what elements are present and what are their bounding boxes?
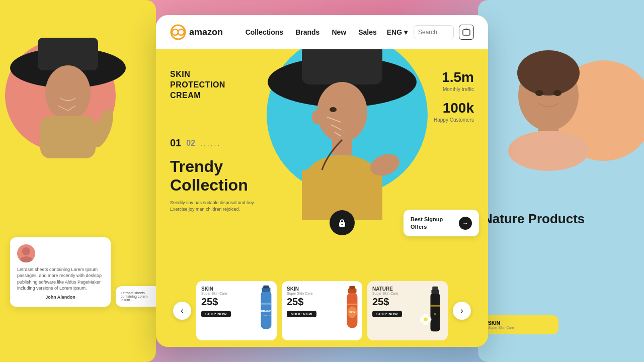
svg-point-25 (317, 82, 367, 142)
product-card-2[interactable]: SKIN Super Skin Care 25$ SHOP NOW SKIN (282, 281, 362, 340)
signup-offer[interactable]: Best Signup Offers → (404, 210, 479, 236)
nav-new[interactable]: New (332, 28, 346, 36)
lock-icon (337, 218, 347, 228)
bottle-orange-icon: SKIN (340, 284, 362, 331)
next-button[interactable]: › (453, 302, 471, 320)
left-background-panel: Letraset sheets containing Lorem Ipsum p… (0, 0, 156, 362)
svg-text:N: N (434, 312, 436, 315)
testimonial-partial-text: Letraset sheets containing Lorem ipsum..… (121, 291, 156, 302)
hero-section: SKIN PROTECTION CREAM 01 02 ...... Trend… (156, 49, 488, 301)
nav-brands[interactable]: Brands (295, 28, 319, 36)
svg-point-8 (19, 256, 33, 262)
svg-rect-32 (263, 285, 269, 288)
stat-customers: 100k Happy Customers (434, 100, 474, 123)
collection-heading-line2: Collection (170, 176, 261, 195)
right-product-card: SKIN Super Skin Care (483, 315, 558, 334)
stat-traffic: 1.5m Monthly traffic (434, 69, 474, 92)
svg-text:SKIN: SKIN (349, 311, 355, 313)
svg-point-10 (517, 50, 580, 96)
svg-point-17 (178, 29, 184, 35)
svg-point-7 (22, 247, 30, 255)
svg-rect-20 (302, 44, 382, 84)
svg-rect-18 (463, 30, 470, 35)
svg-rect-3 (40, 116, 96, 158)
hero-title: SKIN PROTECTION CREAM (170, 69, 225, 101)
logo-icon (170, 24, 186, 40)
stat-customers-number: 100k (434, 100, 474, 116)
cart-button[interactable] (459, 25, 474, 40)
left-person-illustration (10, 28, 126, 158)
collection-title: Trendy Collection Seedily say has suitab… (170, 157, 261, 213)
product-card-1[interactable]: SKIN Super Skin Care 25$ SHOP NOW BRAND … (196, 281, 277, 340)
stat-traffic-label: Monthly traffic (434, 86, 474, 92)
logo[interactable]: amazon (170, 24, 223, 40)
svg-point-16 (172, 29, 178, 35)
slide-next[interactable]: 02 (186, 139, 195, 148)
right-person-illustration (483, 45, 614, 186)
svg-point-14 (553, 90, 561, 96)
right-panel-heading: Nature Products (483, 211, 585, 227)
products-row: ‹ SKIN Super Skin Care 25$ SHOP NOW BRAN… (156, 274, 488, 347)
svg-text:COSMETICS: COSMETICS (261, 314, 272, 316)
testimonial-name: John Alendon (17, 295, 104, 300)
svg-text:BRAND: BRAND (261, 310, 272, 313)
stat-traffic-number: 1.5m (434, 69, 474, 85)
stats-section: 1.5m Monthly traffic 100k Happy Customer… (434, 69, 474, 131)
testimonial-card-partial: Letraset sheets containing Lorem ipsum..… (116, 286, 156, 307)
shop-button-3[interactable]: SHOP NOW (372, 311, 402, 317)
slide-dots: ...... (200, 139, 221, 147)
svg-point-13 (535, 90, 543, 96)
svg-point-26 (312, 110, 322, 124)
lock-button[interactable] (330, 210, 355, 235)
collection-description: Seedily say has suitable disposal and bo… (170, 200, 261, 213)
testimonial-text: Letraset sheets containing Lorem Ipsum p… (17, 266, 104, 292)
slide-current[interactable]: 01 (170, 137, 181, 149)
svg-rect-33 (261, 303, 271, 305)
hero-title-line3: CREAM (170, 90, 225, 101)
nav-collections[interactable]: Collections (246, 28, 283, 36)
hero-title-line2: PROTECTION (170, 80, 225, 90)
hero-title-line1: SKIN (170, 69, 225, 80)
svg-point-12 (508, 131, 589, 171)
right-background-panel: Nature Products SKIN Super Skin Care (478, 0, 644, 362)
collection-heading-line1: Trendy (170, 157, 261, 176)
svg-point-2 (45, 65, 91, 121)
testimonial-card: Letraset sheets containing Lorem Ipsum p… (10, 237, 111, 307)
bottle-dark-icon: N (420, 284, 448, 334)
svg-point-52 (424, 317, 428, 321)
signup-arrow[interactable]: → (459, 217, 472, 230)
bottle-blue-icon: BRAND COSMETICS (252, 284, 277, 331)
svg-rect-45 (430, 305, 440, 306)
logo-text: amazon (189, 27, 223, 38)
svg-point-27 (330, 107, 337, 112)
main-card: amazon Collections Brands New Sales ENG … (156, 15, 488, 347)
svg-rect-44 (432, 286, 438, 290)
product-card-3[interactable]: NATURE Super Skin Care 25$ SHOP NOW N (367, 281, 448, 340)
language-selector[interactable]: ENG ▾ (387, 28, 408, 36)
stat-customers-label: Happy Customers (434, 117, 474, 123)
nav-sales[interactable]: Sales (358, 28, 377, 36)
navbar: amazon Collections Brands New Sales ENG … (156, 15, 488, 49)
shop-button-1[interactable]: SHOP NOW (201, 311, 231, 317)
svg-point-29 (342, 224, 343, 225)
svg-rect-38 (349, 286, 355, 289)
search-input[interactable] (414, 25, 454, 39)
signup-text: Best Signup Offers (411, 216, 459, 230)
shop-button-2[interactable]: SHOP NOW (287, 311, 316, 317)
nav-links: Collections Brands New Sales (246, 28, 377, 36)
testimonial-avatar (17, 244, 35, 262)
svg-rect-39 (347, 303, 358, 305)
prev-button[interactable]: ‹ (173, 302, 191, 320)
slide-indicators: 01 02 ...... (170, 137, 221, 149)
cart-icon (462, 28, 470, 36)
